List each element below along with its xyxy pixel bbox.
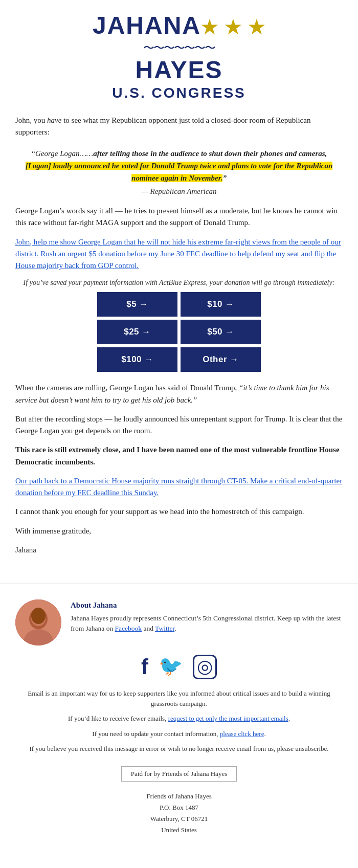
about-text-block: About Jahana Jahana Hayes proudly repres…: [71, 599, 343, 634]
twitter-link[interactable]: Twitter: [155, 625, 174, 632]
social-icons-visual: f 🐦 ◎: [15, 655, 343, 679]
about-row: About Jahana Jahana Hayes proudly repres…: [15, 599, 343, 646]
email-body: John, you have to see what my Republican…: [0, 109, 358, 574]
footer-divider: [0, 584, 358, 584]
unsubscribe-paragraph: If you believe you received this message…: [15, 744, 343, 754]
address-line-1: Friends of Jahana Hayes: [15, 791, 343, 802]
body-paragraph-4: This race is still extremely close, and …: [15, 444, 343, 468]
cta-paragraph-2: Our path back to a Democratic House majo…: [15, 475, 343, 499]
cta-link-1[interactable]: John, help me show George Logan that he …: [15, 238, 341, 270]
donation-grid: $5 → $10 → $25 → $50 → $100 → Other →: [97, 292, 261, 372]
email-header: JAHANA★ ★ ★ 〜〜〜〜〜〜〜 HAYES U.S. CONGRESS: [0, 0, 358, 109]
facebook-link[interactable]: Facebook: [115, 625, 142, 632]
body-paragraph-3: But after the recording stops — he loudl…: [15, 413, 343, 437]
wave-decoration: 〜〜〜〜〜〜〜: [10, 40, 348, 56]
ig-icon[interactable]: ◎: [193, 655, 217, 679]
cta-link-2[interactable]: Our path back to a Democratic House majo…: [15, 477, 342, 497]
congress-title: U.S. CONGRESS: [10, 85, 348, 101]
about-body: Jahana Hayes proudly represents Connecti…: [71, 614, 341, 632]
donate-10-button[interactable]: $10 →: [181, 292, 261, 317]
body-paragraph-5: I cannot thank you enough for your suppo…: [15, 506, 343, 518]
fewer-emails-paragraph: If you’d like to receive fewer emails, r…: [15, 714, 343, 724]
quote-part1: “George Logan……: [31, 149, 94, 158]
update-contact-link[interactable]: please click here: [220, 730, 264, 738]
cta-paragraph-1: John, help me show George Logan that he …: [15, 236, 343, 272]
update-contact-paragraph: If you need to update your contact infor…: [15, 729, 343, 739]
intro-paragraph: John, you have to see what my Republican…: [15, 115, 343, 139]
stars-decoration: ★ ★ ★: [201, 17, 265, 38]
footer: About Jahana Jahana Hayes proudly repres…: [0, 594, 358, 846]
name-jahana: JAHANA: [93, 12, 201, 39]
svg-point-4: [31, 608, 46, 624]
paid-for-box: Paid for by Friends of Jahana Hayes: [121, 766, 237, 782]
blockquote: “George Logan……after telling those in th…: [15, 147, 343, 196]
quote-source: — Republican American: [20, 187, 338, 196]
and-text: and: [142, 625, 155, 632]
body-paragraph-2: When the cameras are rolling, George Log…: [15, 382, 343, 406]
tw-icon[interactable]: 🐦: [159, 655, 183, 679]
candidate-name-line2: HAYES: [10, 57, 348, 84]
quote-end: ”: [222, 174, 227, 182]
address-line-3: Waterbury, CT 06721: [15, 813, 343, 825]
period: .: [174, 625, 176, 632]
address-block: Friends of Jahana Hayes P.O. Box 1487 Wa…: [15, 791, 343, 836]
name-hayes: HAYES: [136, 56, 223, 83]
address-line-2: P.O. Box 1487: [15, 802, 343, 813]
donate-100-button[interactable]: $100 →: [97, 347, 177, 372]
address-line-4: United States: [15, 825, 343, 836]
donate-5-button[interactable]: $5 →: [97, 292, 177, 317]
blockquote-text: “George Logan……after telling those in th…: [20, 147, 338, 184]
email-importance-note: Email is an important way for us to keep…: [15, 688, 343, 708]
update-contact-post: .: [264, 730, 265, 738]
fb-icon[interactable]: f: [141, 655, 148, 679]
paid-for-wrapper: Paid for by Friends of Jahana Hayes: [15, 759, 343, 787]
body-paragraph-1: George Logan’s words say it all — he tri…: [15, 205, 343, 229]
avatar: [15, 599, 61, 646]
donate-50-button[interactable]: $50 →: [181, 320, 261, 344]
about-title: About Jahana: [71, 599, 343, 611]
update-contact-pre: If you need to update your contact infor…: [92, 730, 219, 738]
fewer-emails-post: .: [288, 715, 290, 722]
greeting-text: John, you: [15, 116, 47, 124]
candidate-name-line1: JAHANA★ ★ ★: [10, 12, 348, 39]
closing-line-2: Jahana: [15, 544, 343, 556]
fewer-emails-link[interactable]: request to get only the most important e…: [168, 715, 288, 722]
fewer-emails-pre: If you’d like to receive fewer emails,: [68, 715, 168, 722]
quote-highlight: [Logan] loudly announced he voted for Do…: [26, 162, 333, 182]
body2-start: When the cameras are rolling, George Log…: [15, 384, 239, 392]
closing-line-1: With immense gratitude,: [15, 525, 343, 537]
body4-bold: This race is still extremely close, and …: [15, 446, 340, 465]
quote-bold1: after telling those in the audience to s…: [93, 149, 327, 158]
donate-other-button[interactable]: Other →: [181, 347, 261, 372]
avatar-image: [15, 599, 61, 646]
donate-25-button[interactable]: $25 →: [97, 320, 177, 344]
greeting-italic: have: [47, 116, 61, 124]
actblue-note: If you’ve saved your payment information…: [15, 279, 343, 287]
